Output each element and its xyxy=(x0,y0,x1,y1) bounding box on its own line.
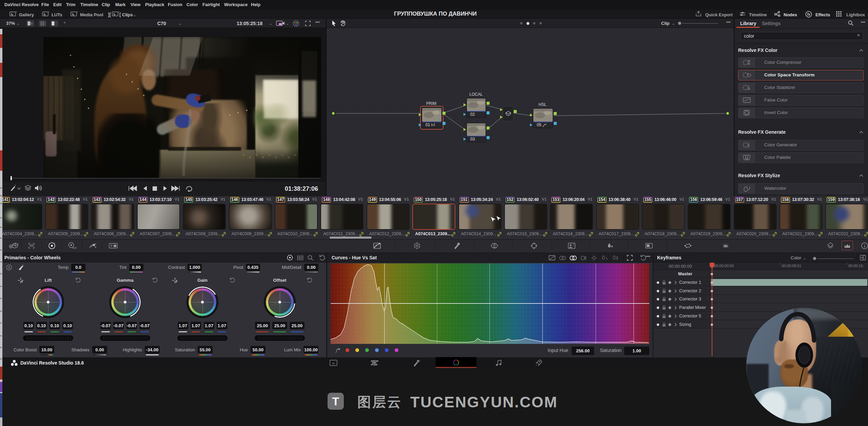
svg-text:5x: 5x xyxy=(332,362,335,365)
svg-text:03: 03 xyxy=(470,137,475,142)
svg-text:LOCAL: LOCAL xyxy=(469,92,483,97)
svg-text:PRIM: PRIM xyxy=(426,101,436,106)
svg-text:01: 01 xyxy=(426,123,430,127)
svg-text:FX: FX xyxy=(279,23,281,25)
svg-text:A: A xyxy=(8,266,11,270)
svg-text:3D: 3D xyxy=(724,244,728,248)
svg-text:HSL: HSL xyxy=(538,102,547,107)
svg-text:HDR: HDR xyxy=(72,247,77,249)
svg-text:02: 02 xyxy=(470,112,475,117)
svg-text:05: 05 xyxy=(537,123,541,127)
svg-text:fx: fx xyxy=(807,13,810,16)
